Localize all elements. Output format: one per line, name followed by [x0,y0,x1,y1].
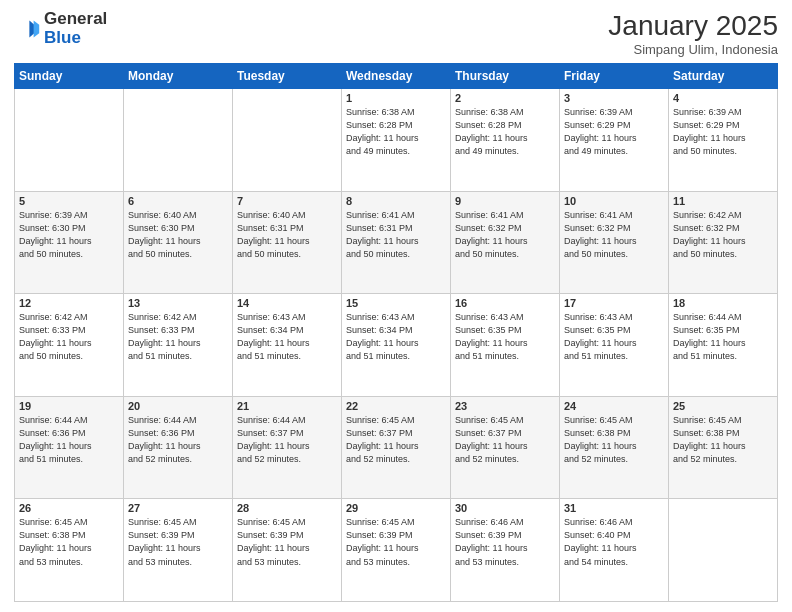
subtitle: Simpang Ulim, Indonesia [608,42,778,57]
day-number: 21 [237,400,337,412]
day-info: Sunrise: 6:44 AM Sunset: 6:37 PM Dayligh… [237,414,337,466]
day-number: 5 [19,195,119,207]
day-number: 3 [564,92,664,104]
day-header-friday: Friday [560,64,669,89]
day-cell: 5Sunrise: 6:39 AM Sunset: 6:30 PM Daylig… [15,191,124,294]
day-cell: 10Sunrise: 6:41 AM Sunset: 6:32 PM Dayli… [560,191,669,294]
logo-icon [14,15,42,43]
day-number: 12 [19,297,119,309]
logo-text: General Blue [44,10,107,47]
day-header-monday: Monday [124,64,233,89]
page: General Blue January 2025 Simpang Ulim, … [0,0,792,612]
day-header-thursday: Thursday [451,64,560,89]
day-number: 20 [128,400,228,412]
day-info: Sunrise: 6:44 AM Sunset: 6:36 PM Dayligh… [19,414,119,466]
day-cell: 16Sunrise: 6:43 AM Sunset: 6:35 PM Dayli… [451,294,560,397]
day-cell: 13Sunrise: 6:42 AM Sunset: 6:33 PM Dayli… [124,294,233,397]
day-info: Sunrise: 6:45 AM Sunset: 6:37 PM Dayligh… [346,414,446,466]
day-info: Sunrise: 6:45 AM Sunset: 6:37 PM Dayligh… [455,414,555,466]
day-info: Sunrise: 6:44 AM Sunset: 6:36 PM Dayligh… [128,414,228,466]
logo-general: General [44,10,107,29]
day-info: Sunrise: 6:38 AM Sunset: 6:28 PM Dayligh… [455,106,555,158]
day-info: Sunrise: 6:46 AM Sunset: 6:40 PM Dayligh… [564,516,664,568]
days-header-row: SundayMondayTuesdayWednesdayThursdayFrid… [15,64,778,89]
day-info: Sunrise: 6:43 AM Sunset: 6:34 PM Dayligh… [346,311,446,363]
day-info: Sunrise: 6:43 AM Sunset: 6:35 PM Dayligh… [564,311,664,363]
day-number: 28 [237,502,337,514]
day-info: Sunrise: 6:45 AM Sunset: 6:38 PM Dayligh… [673,414,773,466]
day-cell: 20Sunrise: 6:44 AM Sunset: 6:36 PM Dayli… [124,396,233,499]
day-number: 7 [237,195,337,207]
day-number: 26 [19,502,119,514]
day-info: Sunrise: 6:43 AM Sunset: 6:35 PM Dayligh… [455,311,555,363]
header: General Blue January 2025 Simpang Ulim, … [14,10,778,57]
day-cell: 15Sunrise: 6:43 AM Sunset: 6:34 PM Dayli… [342,294,451,397]
day-info: Sunrise: 6:39 AM Sunset: 6:30 PM Dayligh… [19,209,119,261]
day-info: Sunrise: 6:40 AM Sunset: 6:31 PM Dayligh… [237,209,337,261]
day-info: Sunrise: 6:41 AM Sunset: 6:31 PM Dayligh… [346,209,446,261]
day-info: Sunrise: 6:41 AM Sunset: 6:32 PM Dayligh… [455,209,555,261]
day-cell: 30Sunrise: 6:46 AM Sunset: 6:39 PM Dayli… [451,499,560,602]
day-info: Sunrise: 6:41 AM Sunset: 6:32 PM Dayligh… [564,209,664,261]
day-cell: 25Sunrise: 6:45 AM Sunset: 6:38 PM Dayli… [669,396,778,499]
day-cell: 24Sunrise: 6:45 AM Sunset: 6:38 PM Dayli… [560,396,669,499]
day-cell: 9Sunrise: 6:41 AM Sunset: 6:32 PM Daylig… [451,191,560,294]
day-number: 10 [564,195,664,207]
day-cell: 31Sunrise: 6:46 AM Sunset: 6:40 PM Dayli… [560,499,669,602]
day-info: Sunrise: 6:39 AM Sunset: 6:29 PM Dayligh… [673,106,773,158]
day-number: 14 [237,297,337,309]
day-cell [15,89,124,192]
day-info: Sunrise: 6:42 AM Sunset: 6:33 PM Dayligh… [19,311,119,363]
day-info: Sunrise: 6:45 AM Sunset: 6:38 PM Dayligh… [19,516,119,568]
week-row-3: 12Sunrise: 6:42 AM Sunset: 6:33 PM Dayli… [15,294,778,397]
day-cell: 23Sunrise: 6:45 AM Sunset: 6:37 PM Dayli… [451,396,560,499]
day-number: 16 [455,297,555,309]
week-row-2: 5Sunrise: 6:39 AM Sunset: 6:30 PM Daylig… [15,191,778,294]
day-number: 6 [128,195,228,207]
day-info: Sunrise: 6:44 AM Sunset: 6:35 PM Dayligh… [673,311,773,363]
day-cell: 29Sunrise: 6:45 AM Sunset: 6:39 PM Dayli… [342,499,451,602]
day-cell: 11Sunrise: 6:42 AM Sunset: 6:32 PM Dayli… [669,191,778,294]
svg-marker-1 [34,20,40,37]
day-info: Sunrise: 6:43 AM Sunset: 6:34 PM Dayligh… [237,311,337,363]
day-cell: 28Sunrise: 6:45 AM Sunset: 6:39 PM Dayli… [233,499,342,602]
day-number: 15 [346,297,446,309]
day-number: 2 [455,92,555,104]
day-cell: 2Sunrise: 6:38 AM Sunset: 6:28 PM Daylig… [451,89,560,192]
day-number: 19 [19,400,119,412]
day-cell: 4Sunrise: 6:39 AM Sunset: 6:29 PM Daylig… [669,89,778,192]
day-info: Sunrise: 6:40 AM Sunset: 6:30 PM Dayligh… [128,209,228,261]
day-cell: 22Sunrise: 6:45 AM Sunset: 6:37 PM Dayli… [342,396,451,499]
day-number: 4 [673,92,773,104]
day-number: 24 [564,400,664,412]
calendar: SundayMondayTuesdayWednesdayThursdayFrid… [14,63,778,602]
week-row-5: 26Sunrise: 6:45 AM Sunset: 6:38 PM Dayli… [15,499,778,602]
day-cell: 18Sunrise: 6:44 AM Sunset: 6:35 PM Dayli… [669,294,778,397]
day-cell: 26Sunrise: 6:45 AM Sunset: 6:38 PM Dayli… [15,499,124,602]
day-number: 8 [346,195,446,207]
day-number: 22 [346,400,446,412]
day-cell: 6Sunrise: 6:40 AM Sunset: 6:30 PM Daylig… [124,191,233,294]
logo-blue: Blue [44,29,107,48]
day-info: Sunrise: 6:38 AM Sunset: 6:28 PM Dayligh… [346,106,446,158]
day-number: 30 [455,502,555,514]
day-cell: 1Sunrise: 6:38 AM Sunset: 6:28 PM Daylig… [342,89,451,192]
day-cell: 3Sunrise: 6:39 AM Sunset: 6:29 PM Daylig… [560,89,669,192]
day-number: 23 [455,400,555,412]
day-info: Sunrise: 6:45 AM Sunset: 6:38 PM Dayligh… [564,414,664,466]
day-cell: 17Sunrise: 6:43 AM Sunset: 6:35 PM Dayli… [560,294,669,397]
day-info: Sunrise: 6:42 AM Sunset: 6:33 PM Dayligh… [128,311,228,363]
day-number: 11 [673,195,773,207]
day-cell: 21Sunrise: 6:44 AM Sunset: 6:37 PM Dayli… [233,396,342,499]
day-info: Sunrise: 6:45 AM Sunset: 6:39 PM Dayligh… [346,516,446,568]
week-row-1: 1Sunrise: 6:38 AM Sunset: 6:28 PM Daylig… [15,89,778,192]
month-title: January 2025 [608,10,778,42]
day-info: Sunrise: 6:42 AM Sunset: 6:32 PM Dayligh… [673,209,773,261]
week-row-4: 19Sunrise: 6:44 AM Sunset: 6:36 PM Dayli… [15,396,778,499]
day-cell: 8Sunrise: 6:41 AM Sunset: 6:31 PM Daylig… [342,191,451,294]
day-number: 27 [128,502,228,514]
day-header-saturday: Saturday [669,64,778,89]
day-cell: 14Sunrise: 6:43 AM Sunset: 6:34 PM Dayli… [233,294,342,397]
day-cell [124,89,233,192]
day-info: Sunrise: 6:39 AM Sunset: 6:29 PM Dayligh… [564,106,664,158]
